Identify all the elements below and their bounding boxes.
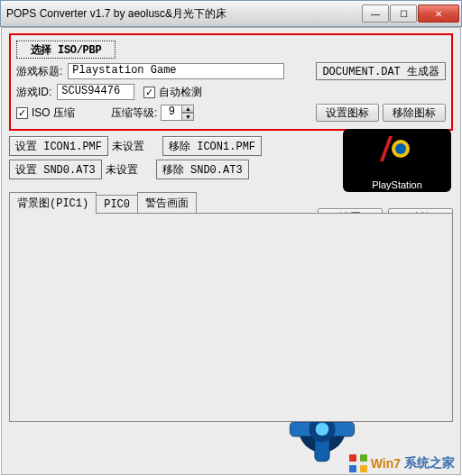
spin-down-icon[interactable]: ▼ [181, 113, 194, 121]
titlebar: POPS Converter v1.7 by aeolusc&月光下的床 — ☐… [0, 0, 462, 27]
tab-pic0[interactable]: PIC0 [96, 195, 138, 214]
snd0-status: 未设置 [106, 162, 138, 178]
ps-logo-icon [343, 136, 451, 161]
highlight-box: 选择 ISO/PBP 游戏标题: Playstation Game DOCUME… [9, 33, 453, 131]
game-id-input[interactable]: SCUS94476 [57, 84, 134, 100]
app-body: 选择 ISO/PBP 游戏标题: Playstation Game DOCUME… [1, 27, 461, 475]
autodetect-label: 自动检测 [159, 85, 202, 100]
tab-panel [9, 213, 453, 422]
window-title: POPS Converter v1.7 by aeolusc&月光下的床 [6, 6, 361, 22]
remove-icon-button[interactable]: 移除图标 [383, 104, 446, 122]
spin-up-icon[interactable]: ▲ [181, 105, 194, 113]
icon1-status: 未设置 [112, 139, 144, 154]
playstation-logo: PlayStation [343, 129, 451, 192]
game-title-label: 游戏标题: [16, 64, 62, 79]
documentdat-button[interactable]: DOCUMENT.DAT 生成器 [316, 62, 446, 80]
set-icon-button[interactable]: 设置图标 [316, 104, 379, 122]
watermark-win7: Win7 [371, 456, 401, 471]
compress-level-value[interactable]: 9 [161, 105, 182, 121]
autodetect-checkbox[interactable] [143, 87, 155, 98]
windows-flag-icon [349, 454, 367, 472]
remove-icon1-button[interactable]: 移除 ICON1.PMF [162, 136, 262, 156]
maximize-button[interactable]: ☐ [390, 5, 417, 23]
compress-level-label: 压缩等级: [111, 105, 157, 121]
set-snd0-button[interactable]: 设置 SND0.AT3 [9, 160, 102, 179]
select-iso-button[interactable]: 选择 ISO/PBP [16, 41, 116, 59]
iso-compress-label: ISO 压缩 [32, 105, 75, 121]
tab-warn[interactable]: 警告画面 [137, 192, 197, 214]
watermark-sys: 系统之家 [404, 455, 455, 471]
set-icon1-button[interactable]: 设置 ICON1.PMF [9, 136, 108, 156]
iso-compress-checkbox[interactable] [16, 107, 28, 119]
tab-pic1[interactable]: 背景图(PIC1) [9, 192, 97, 214]
minimize-button[interactable]: — [362, 5, 389, 23]
compress-level-spin[interactable]: 9 ▲▼ [161, 105, 194, 121]
remove-snd0-button[interactable]: 移除 SND0.AT3 [156, 160, 249, 179]
game-title-input[interactable]: Playstation Game [68, 63, 284, 79]
watermark-footer: Win7 系统之家 [349, 454, 455, 472]
svg-point-9 [316, 423, 329, 436]
ps-logo-text: PlayStation [372, 179, 422, 190]
close-button[interactable]: ✕ [418, 5, 459, 23]
game-id-label: 游戏ID: [16, 85, 51, 100]
